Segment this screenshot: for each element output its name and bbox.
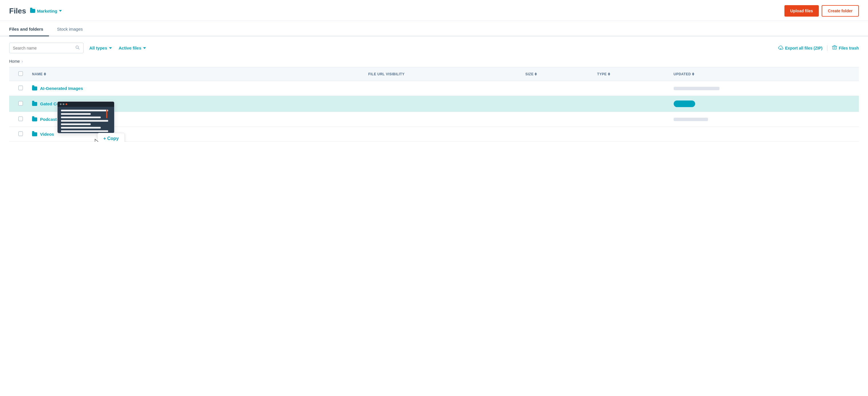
- table-wrapper: NAME FILE URL VISIBILITY SIZE: [0, 67, 868, 142]
- copy-label: + Copy: [103, 136, 119, 141]
- preview-line: [61, 127, 101, 128]
- row-url-cell: [364, 112, 521, 127]
- table-header: NAME FILE URL VISIBILITY SIZE: [9, 67, 859, 81]
- preview-line: [61, 110, 108, 111]
- preview-line: [61, 113, 91, 115]
- preview-popup: [57, 101, 115, 133]
- svg-line-1: [78, 48, 79, 49]
- sort-down-icon: [608, 74, 610, 75]
- preview-dot: [65, 103, 67, 105]
- breadcrumb: Home ›: [0, 58, 868, 67]
- row-checkbox[interactable]: [18, 101, 23, 106]
- active-files-filter-button[interactable]: Active files: [118, 43, 147, 53]
- row-checkbox-cell[interactable]: [9, 81, 28, 96]
- folder-badge-button[interactable]: Marketing: [30, 8, 62, 13]
- search-icon: [75, 45, 80, 51]
- header-left: Files Marketing: [9, 7, 62, 16]
- row-url-cell: [364, 81, 521, 96]
- files-table: NAME FILE URL VISIBILITY SIZE: [9, 67, 859, 142]
- folder-icon: [32, 102, 37, 106]
- row-updated-cell: [669, 81, 859, 96]
- chevron-down-icon: [109, 47, 112, 49]
- select-all-checkbox[interactable]: [18, 71, 23, 76]
- breadcrumb-home[interactable]: Home: [9, 59, 20, 64]
- row-type-cell: [593, 112, 669, 127]
- row-size-cell: [521, 96, 593, 112]
- col-type-header[interactable]: TYPE: [593, 67, 669, 81]
- tab-stock-images[interactable]: Stock images: [57, 22, 88, 36]
- table-body: AI-Generated Images Gated Conte...: [9, 81, 859, 142]
- row-type-cell: [593, 81, 669, 96]
- row-url-cell: [364, 96, 521, 112]
- preview-dot: [60, 103, 62, 105]
- row-checkbox-cell[interactable]: [9, 127, 28, 142]
- sort-up-icon: [44, 72, 46, 74]
- row-checkbox[interactable]: [18, 86, 23, 90]
- preview-header-bar: [58, 102, 114, 107]
- sort-down-icon: [535, 74, 537, 75]
- search-input[interactable]: [13, 46, 73, 51]
- export-button[interactable]: Export all files (ZIP): [778, 45, 823, 51]
- row-size-cell: [521, 127, 593, 142]
- page-title: Files: [9, 7, 26, 16]
- cloud-download-icon: [778, 45, 783, 51]
- sort-up-icon: [692, 72, 694, 74]
- svg-rect-2: [833, 47, 837, 50]
- toolbar-right: Export all files (ZIP) Files trash: [778, 45, 859, 51]
- table-row: Podcasts & Blog Narration: [9, 112, 859, 127]
- search-box[interactable]: [9, 43, 84, 53]
- col-checkbox[interactable]: [9, 67, 28, 81]
- folder-icon: [32, 87, 37, 90]
- preview-doc-lines: [58, 108, 114, 133]
- tab-files-and-folders[interactable]: Files and folders: [9, 22, 49, 36]
- sort-arrows-type: [608, 72, 610, 75]
- sort-arrows-updated: [692, 72, 694, 75]
- sort-up-icon: [608, 72, 610, 74]
- preview-dot: [63, 103, 64, 105]
- skeleton-updated: [674, 87, 719, 90]
- create-folder-button[interactable]: Create folder: [822, 5, 859, 17]
- breadcrumb-separator: ›: [22, 59, 23, 64]
- sort-arrows-size: [535, 72, 537, 75]
- preview-line: [61, 130, 108, 132]
- col-updated-header[interactable]: UPDATED: [669, 67, 859, 81]
- chevron-down-icon: [143, 47, 146, 49]
- col-size-header[interactable]: SIZE: [521, 67, 593, 81]
- folder-name-link[interactable]: AI-Generated Images: [32, 86, 359, 91]
- skeleton-updated: [674, 118, 708, 121]
- folder-badge-label: Marketing: [37, 8, 57, 13]
- page-header: Files Marketing Upload files Create fold…: [0, 0, 868, 21]
- row-size-cell: [521, 112, 593, 127]
- table-row: Gated Conte...: [9, 96, 859, 112]
- row-size-cell: [521, 81, 593, 96]
- sort-down-icon: [44, 74, 46, 75]
- table-row: AI-Generated Images: [9, 81, 859, 96]
- col-name-header[interactable]: NAME: [28, 67, 364, 81]
- folder-icon: [32, 117, 37, 121]
- folder-icon: [32, 132, 37, 136]
- files-trash-button[interactable]: Files trash: [832, 45, 859, 51]
- col-file-url-header[interactable]: FILE URL VISIBILITY: [364, 67, 521, 81]
- row-updated-cell: [669, 127, 859, 142]
- preview-red-bar: [106, 110, 107, 118]
- toolbar: All types Active files Export all files …: [0, 36, 868, 58]
- trash-icon: [832, 45, 837, 51]
- row-checkbox[interactable]: [18, 131, 23, 136]
- row-name-cell[interactable]: AI-Generated Images: [28, 81, 364, 96]
- copy-popup-button[interactable]: + Copy: [97, 133, 125, 142]
- row-checkbox-cell[interactable]: [9, 112, 28, 127]
- row-type-cell: [593, 127, 669, 142]
- sort-arrows-name: [44, 72, 46, 75]
- row-checkbox[interactable]: [18, 117, 23, 121]
- row-checkbox-cell[interactable]: [9, 96, 28, 112]
- row-type-cell: [593, 96, 669, 112]
- row-updated-cell: [669, 112, 859, 127]
- row-updated-cell: [669, 96, 859, 112]
- preview-line: [61, 120, 108, 122]
- header-actions: Upload files Create folder: [784, 5, 859, 17]
- all-types-filter-button[interactable]: All types: [88, 43, 113, 53]
- preview-popup-inner: [58, 102, 114, 133]
- updated-badge: [674, 100, 695, 107]
- folder-icon: [30, 9, 35, 13]
- upload-files-button[interactable]: Upload files: [784, 5, 818, 17]
